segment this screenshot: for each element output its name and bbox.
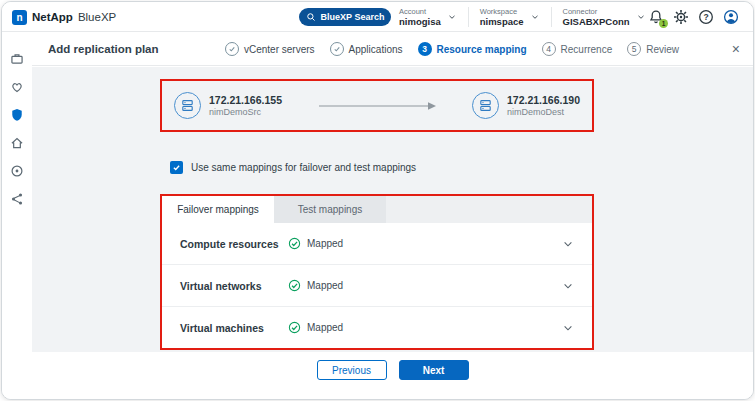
connector-menu-label: Connector <box>563 7 630 16</box>
chevron-down-icon <box>530 12 540 22</box>
heart-icon <box>10 80 24 94</box>
workspace-menu-label: Workspace <box>480 7 524 16</box>
account-menu-value: nimogisa <box>399 16 441 27</box>
step-label: Recurrence <box>561 44 613 55</box>
wizard-header: Add replication plan vCenter servers App… <box>32 32 753 66</box>
same-mappings-checkbox[interactable] <box>170 161 183 174</box>
expand-chevron-icon[interactable] <box>562 280 574 292</box>
top-menus: Account nimogisa Workspace nimspace Co <box>388 2 657 32</box>
arrow-right-icon <box>317 101 437 111</box>
brand: n NetApp BlueXP <box>12 2 116 32</box>
mapping-rows: Compute resources Mapped <box>162 223 592 348</box>
mapping-row-label: Compute resources <box>180 238 288 250</box>
mapping-status-text: Mapped <box>307 238 343 249</box>
source-server-icon <box>174 92 201 119</box>
top-bar: n NetApp BlueXP BlueXP Search Account ni… <box>2 2 753 32</box>
user-menu-button[interactable] <box>723 9 739 25</box>
search-label: BlueXP Search <box>321 12 385 22</box>
mapping-row-compute-resources[interactable]: Compute resources Mapped <box>162 223 592 265</box>
brand-name: NetApp <box>32 11 73 23</box>
top-icon-cluster: 1 ? <box>648 2 739 32</box>
mappings-tabs: Failover mappings Test mappings <box>162 196 592 223</box>
sidebar-item-health[interactable] <box>10 80 24 94</box>
same-mappings-option[interactable]: Use same mappings for failover and test … <box>170 161 416 174</box>
step-review[interactable]: 5 Review <box>627 42 679 56</box>
account-menu[interactable]: Account nimogisa <box>388 7 469 27</box>
close-wizard-button[interactable]: × <box>732 32 740 66</box>
mapping-status: Mapped <box>288 279 343 292</box>
sidebar-item-protection[interactable] <box>10 108 24 122</box>
mapping-status-text: Mapped <box>307 280 343 291</box>
step-label: Applications <box>349 44 403 55</box>
wizard-stepper: vCenter servers Applications 3 Resource … <box>225 32 679 66</box>
expand-chevron-icon[interactable] <box>562 322 574 334</box>
user-avatar-icon <box>723 9 739 25</box>
source-name: nimDemoSrc <box>209 107 282 117</box>
check-circle-icon <box>288 321 301 334</box>
tab-test-mappings[interactable]: Test mappings <box>274 196 386 223</box>
mapping-row-virtual-machines[interactable]: Virtual machines Mapped <box>162 307 592 348</box>
help-button[interactable]: ? <box>698 9 714 25</box>
chevron-down-icon <box>636 12 646 22</box>
destination-ip: 172.21.166.190 <box>507 94 580 108</box>
source-endpoint: 172.21.166.155 nimDemoSrc <box>174 92 282 119</box>
check-icon <box>172 163 181 172</box>
step-complete-icon <box>330 42 344 56</box>
netapp-logo-icon: n <box>12 10 27 25</box>
search-icon <box>306 12 316 22</box>
tab-failover-mappings[interactable]: Failover mappings <box>162 196 274 223</box>
destination-name: nimDemoDest <box>507 107 580 117</box>
workspace-menu[interactable]: Workspace nimspace <box>469 7 552 27</box>
brand-product: BlueXP <box>78 11 116 23</box>
mapping-status: Mapped <box>288 237 343 250</box>
previous-button[interactable]: Previous <box>317 360 387 380</box>
mapping-row-label: Virtual machines <box>180 322 288 334</box>
sidebar-item-sync[interactable] <box>10 192 24 206</box>
gear-icon <box>673 9 689 25</box>
left-nav-sidebar <box>2 32 32 399</box>
bluexp-search-button[interactable]: BlueXP Search <box>299 8 391 26</box>
step-complete-icon <box>225 42 239 56</box>
mapping-row-virtual-networks[interactable]: Virtual networks Mapped <box>162 265 592 307</box>
step-applications[interactable]: Applications <box>330 42 403 56</box>
svg-text:?: ? <box>703 12 708 22</box>
sidebar-item-home[interactable] <box>10 136 24 150</box>
step-label: Resource mapping <box>437 44 527 55</box>
step-label: vCenter servers <box>244 44 315 55</box>
wizard-content: 172.21.166.155 nimDemoSrc <box>32 67 753 352</box>
notifications-button[interactable]: 1 <box>648 9 664 25</box>
step-resource-mapping[interactable]: 3 Resource mapping <box>418 42 527 56</box>
sidebar-item-workloads[interactable] <box>10 52 24 66</box>
next-button[interactable]: Next <box>399 360 469 380</box>
sidebar-item-discover[interactable] <box>10 164 24 178</box>
account-menu-lines: Account nimogisa <box>399 7 441 27</box>
check-circle-icon <box>288 279 301 292</box>
settings-button[interactable] <box>673 9 689 25</box>
step-recurrence[interactable]: 4 Recurrence <box>542 42 613 56</box>
expand-chevron-icon[interactable] <box>562 238 574 250</box>
share-icon <box>10 192 24 206</box>
chevron-down-icon <box>447 12 457 22</box>
shield-icon <box>10 108 24 122</box>
replication-direction <box>282 101 472 111</box>
mapping-status: Mapped <box>288 321 343 334</box>
briefcase-icon <box>10 52 24 66</box>
connector-menu-lines: Connector GISABXPConn <box>563 7 630 27</box>
account-menu-label: Account <box>399 7 441 16</box>
endpoints-annotation-box: 172.21.166.155 nimDemoSrc <box>160 79 594 132</box>
source-ip: 172.21.166.155 <box>209 94 282 108</box>
destination-server-icon <box>472 92 499 119</box>
mapping-row-label: Virtual networks <box>180 280 288 292</box>
notification-badge: 1 <box>659 19 668 28</box>
workspace-menu-value: nimspace <box>480 16 524 27</box>
wizard-footer: Previous Next <box>32 352 753 399</box>
connector-menu[interactable]: Connector GISABXPConn <box>552 7 657 27</box>
target-icon <box>10 164 24 178</box>
home-icon <box>10 136 24 150</box>
check-circle-icon <box>288 237 301 250</box>
page-title: Add replication plan <box>48 32 159 66</box>
connector-menu-value: GISABXPConn <box>563 16 630 27</box>
step-vcenter-servers[interactable]: vCenter servers <box>225 42 315 56</box>
step-number: 3 <box>418 42 432 56</box>
same-mappings-label: Use same mappings for failover and test … <box>191 162 416 173</box>
